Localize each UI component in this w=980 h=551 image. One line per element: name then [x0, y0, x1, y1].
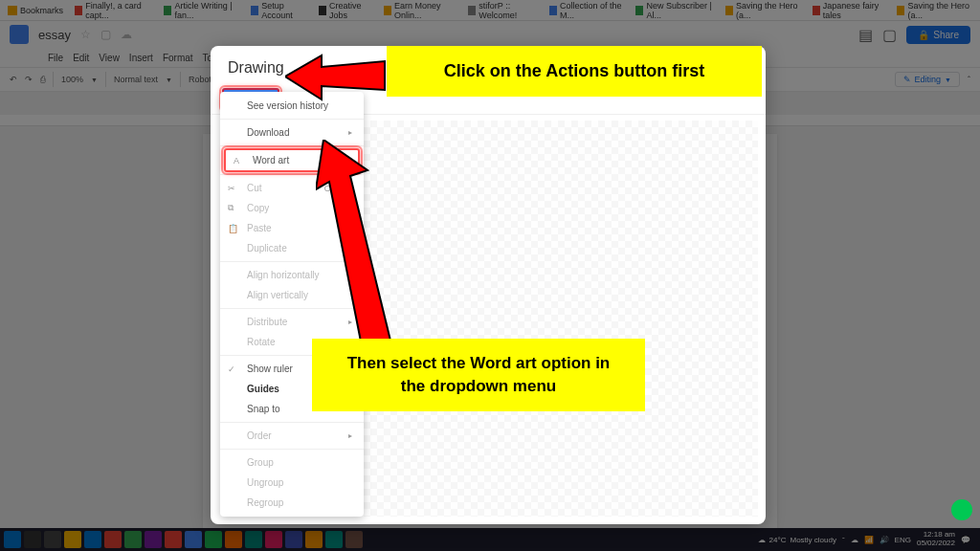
- wifi-icon[interactable]: 📶: [864, 536, 874, 544]
- menu-format[interactable]: Format: [163, 53, 193, 63]
- bookmark-item[interactable]: stiforP :: Welcome!: [468, 1, 538, 20]
- share-button[interactable]: 🔒Share: [906, 26, 970, 44]
- arrow-icon: [316, 140, 402, 350]
- bookmark-item[interactable]: Earn Money Onlin...: [384, 1, 457, 20]
- bookmark-item[interactable]: Saving the Hero (a...: [725, 1, 801, 20]
- bookmark-item[interactable]: Setup Account: [251, 1, 307, 20]
- undo-icon[interactable]: ↶: [10, 75, 17, 84]
- lock-icon: 🔒: [918, 30, 929, 40]
- menu-order[interactable]: Order▸: [220, 426, 364, 446]
- editing-mode[interactable]: ✎Editing▼: [895, 72, 960, 87]
- star-icon[interactable]: ☆: [80, 28, 91, 41]
- app-icon[interactable]: [205, 531, 222, 548]
- bookmarks-bar: Bookmarks Finally!, a card capt... Artic…: [0, 0, 980, 21]
- drawing-canvas[interactable]: [364, 121, 758, 517]
- app-icon[interactable]: [325, 531, 343, 548]
- zoom-select[interactable]: 100%: [61, 75, 83, 84]
- comments-icon[interactable]: ▤: [858, 26, 873, 44]
- bookmark-item[interactable]: Collection of the M...: [549, 1, 624, 20]
- bookmark-item[interactable]: New Subscriber | Al...: [635, 1, 714, 20]
- menu-insert[interactable]: Insert: [129, 53, 153, 63]
- menu-group[interactable]: Group: [220, 452, 364, 473]
- app-icon[interactable]: [265, 531, 282, 548]
- cloud-icon: ☁: [758, 536, 766, 544]
- app-icon[interactable]: [124, 531, 142, 548]
- app-icon[interactable]: [185, 531, 202, 548]
- explorer-icon[interactable]: [64, 531, 81, 548]
- paste-icon: 📋: [228, 224, 238, 233]
- pencil-icon: ✎: [903, 75, 911, 84]
- bookmark-item[interactable]: Article Writing | fan...: [164, 1, 239, 20]
- wordart-icon: A: [234, 156, 239, 165]
- docs-header: essay ☆ ▢ ☁ ▤ ▢ 🔒Share: [0, 21, 980, 48]
- menu-file[interactable]: File: [48, 53, 63, 63]
- weather-widget[interactable]: ☁ 24°C Mostly cloudy: [758, 536, 836, 544]
- copy-icon: ⧉: [228, 203, 234, 213]
- task-view-icon[interactable]: [44, 531, 61, 548]
- svg-marker-1: [316, 140, 390, 346]
- redo-icon[interactable]: ↷: [25, 75, 33, 84]
- menu-regroup[interactable]: Regroup: [220, 493, 364, 513]
- bookmark-item[interactable]: Japanese fairy tales: [813, 1, 886, 20]
- app-icon[interactable]: [245, 531, 262, 548]
- bookmark-item[interactable]: Finally!, a card capt...: [75, 1, 152, 20]
- chrome-icon[interactable]: [104, 531, 122, 548]
- meet-icon[interactable]: ▢: [882, 26, 897, 44]
- app-icon[interactable]: [225, 531, 242, 548]
- move-icon[interactable]: ▢: [100, 28, 111, 41]
- style-select[interactable]: Normal text: [114, 75, 158, 84]
- language-indicator[interactable]: ENG: [895, 536, 911, 544]
- search-icon[interactable]: [24, 531, 41, 548]
- bookmark-item[interactable]: Creative Jobs: [319, 1, 372, 20]
- cut-icon: ✂: [228, 184, 235, 193]
- volume-icon[interactable]: 🔊: [880, 536, 889, 544]
- cloud-icon[interactable]: ☁: [121, 28, 132, 41]
- arrow-icon: [285, 52, 390, 109]
- check-icon: ✓: [228, 364, 235, 374]
- start-icon[interactable]: [4, 531, 21, 548]
- app-icon[interactable]: [345, 531, 363, 548]
- app-icon[interactable]: [165, 531, 182, 548]
- clock[interactable]: 12:18 am 05/02/2022: [917, 531, 955, 548]
- explore-icon[interactable]: [951, 499, 972, 520]
- onedrive-icon[interactable]: ☁: [851, 536, 858, 544]
- taskbar: ☁ 24°C Mostly cloudy ˆ ☁ 📶 🔊 ENG 12:18 a…: [0, 528, 980, 551]
- notifications-icon[interactable]: 💬: [961, 536, 970, 544]
- docs-logo-icon[interactable]: [10, 25, 29, 44]
- callout-step-1: Click on the Actions button first: [387, 46, 762, 97]
- chevron-up-icon[interactable]: ˆ: [968, 75, 970, 84]
- menu-view[interactable]: View: [99, 53, 120, 63]
- menu-ungroup[interactable]: Ungroup: [220, 473, 364, 493]
- app-icon[interactable]: [285, 531, 302, 548]
- svg-marker-0: [285, 55, 385, 99]
- print-icon[interactable]: ⎙: [40, 75, 45, 84]
- app-icon[interactable]: [305, 531, 323, 548]
- bookmark-item[interactable]: Bookmarks: [8, 6, 63, 15]
- callout-step-2: Then select the Word art option in the d…: [312, 339, 645, 411]
- app-icon[interactable]: [145, 531, 162, 548]
- menu-edit[interactable]: Edit: [73, 53, 89, 63]
- chevron-up-icon[interactable]: ˆ: [842, 536, 845, 544]
- bookmark-item[interactable]: Saving the Hero (a...: [897, 1, 972, 20]
- edge-icon[interactable]: [84, 531, 101, 548]
- system-tray: ☁ 24°C Mostly cloudy ˆ ☁ 📶 🔊 ENG 12:18 a…: [758, 531, 976, 548]
- document-title[interactable]: essay: [38, 28, 71, 42]
